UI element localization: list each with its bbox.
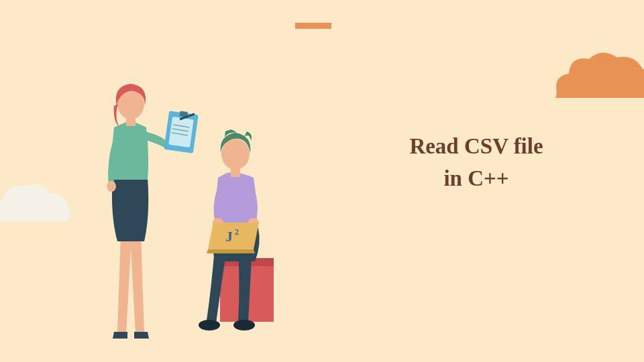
svg-point-17 — [221, 139, 250, 170]
accent-bar — [295, 23, 331, 29]
svg-point-0 — [107, 181, 116, 192]
laptop-logo-superscript: 2 — [235, 227, 239, 237]
title-line-1: Read CSV file — [409, 134, 543, 158]
cloud-right-decoration — [550, 39, 644, 105]
people-illustration: J 2 — [80, 67, 295, 342]
svg-point-12 — [199, 320, 220, 330]
laptop-logo-letter: J — [225, 228, 233, 245]
title-line-2: in C++ — [443, 166, 508, 190]
cloud-left-decoration — [0, 168, 74, 231]
svg-rect-4 — [168, 117, 194, 147]
svg-point-13 — [233, 320, 255, 330]
page-title: Read CSV file in C++ — [356, 131, 597, 195]
